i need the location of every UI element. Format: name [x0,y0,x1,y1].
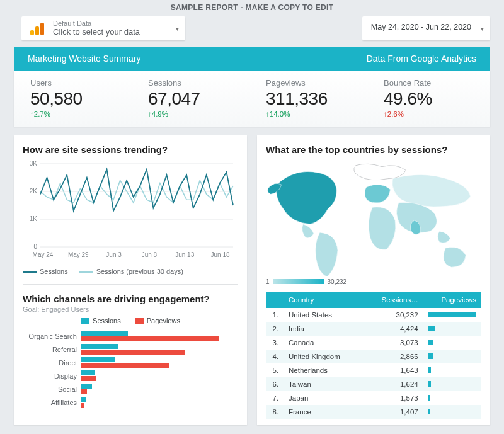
country-name: France [284,405,363,419]
table-header[interactable] [266,292,284,308]
table-header[interactable]: Country [284,292,363,308]
left-column: How are site sessions trending? 01K2K3KM… [14,135,247,425]
svg-text:Jun 13: Jun 13 [175,251,194,258]
kpi-row: Users 50,580 2.7%Sessions 67,047 4.9%Pag… [14,71,490,127]
sample-report-banner: SAMPLE REPORT - MAKE A COPY TO EDIT [0,0,504,16]
date-range-text: May 24, 2020 - Jun 22, 2020 [371,23,471,31]
date-range-picker[interactable]: May 24, 2020 - Jun 22, 2020 ▾ [362,16,490,40]
kpi-label: Sessions [148,78,238,88]
map-title: What are the top countries by sessions? [266,144,481,155]
kpi-delta: 4.9% [148,110,238,118]
channel-pageviews-bar [81,403,84,408]
table-row[interactable]: 5. Netherlands 1,643 [266,363,481,377]
table-header[interactable]: Sessions… [363,292,423,308]
world-map[interactable] [266,156,481,276]
datasource-selector[interactable]: Default Data Click to select your data ▾ [21,16,185,40]
table-row[interactable]: 1. United States 30,232 [266,308,481,322]
svg-text:1K: 1K [30,215,38,222]
country-name: United States [284,308,363,322]
channel-pageviews-bar [81,376,96,381]
kpi-value: 311,336 [266,89,356,109]
channel-pageviews-bar [81,336,219,341]
topbar: Default Data Click to select your data ▾… [0,16,504,47]
chevron-down-icon: ▾ [481,25,484,31]
channel-pageviews-bar [81,389,87,394]
channel-sessions-bar [81,344,118,349]
channel-label: Direct [23,357,81,367]
right-column: What are the top countries by sessions? … [257,135,490,425]
analytics-icon [30,21,47,35]
svg-text:2K: 2K [30,188,38,195]
channel-row: Affiliates [23,397,238,408]
table-row[interactable]: 7. Japan 1,573 [266,391,481,405]
kpi-value: 67,047 [148,89,238,109]
country-pv-bar [423,377,481,391]
trend-legend: Sessions Sessions (previous 30 days) [23,268,238,275]
table-row[interactable]: 6. Taiwan 1,624 [266,377,481,391]
table-header[interactable]: Pageviews [423,292,481,308]
svg-text:May 24: May 24 [33,251,54,258]
channel-sessions-bar [81,384,92,389]
svg-text:3K: 3K [30,160,38,167]
channel-label: Social [23,384,81,393]
trend-chart[interactable]: 01K2K3KMay 24May 29Jun 3Jun 8Jun 13Jun 1… [23,160,238,264]
country-sessions: 2,866 [363,350,423,363]
kpi-card[interactable]: Users 50,580 2.7% [16,78,134,118]
kpi-value: 49.6% [384,89,474,109]
country-name: India [284,322,363,336]
table-row[interactable]: 8. France 1,407 [266,405,481,419]
svg-text:Jun 3: Jun 3 [106,251,122,258]
country-name: Canada [284,336,363,350]
channel-row: Display [23,370,238,382]
country-sessions: 1,573 [363,391,423,405]
country-pv-bar [423,350,481,363]
report-title: Marketing Website Summary [28,54,140,64]
datasource-prompt: Click to select your data [53,28,140,37]
country-sessions: 3,073 [363,336,423,350]
country-name: Japan [284,391,363,405]
channels-chart[interactable]: Organic Search Referral Direct Display S… [23,331,238,408]
country-name: United Kingdom [284,350,363,363]
country-sessions: 4,424 [363,322,423,336]
country-sessions: 1,407 [363,405,423,419]
kpi-delta: 14.0% [266,110,356,118]
kpi-delta: 2.7% [30,110,120,118]
table-row[interactable]: 3. Canada 3,073 [266,336,481,350]
country-pv-bar [423,391,481,405]
channels-subtitle: Goal: Engaged Users [23,306,238,313]
channel-sessions-bar [81,370,95,375]
channels-title: Which channels are driving engagement? [23,294,238,304]
table-row[interactable]: 2. India 4,424 [266,322,481,336]
svg-text:0: 0 [33,243,37,250]
channel-pageviews-bar [81,363,169,368]
channel-sessions-bar [81,397,86,402]
kpi-card[interactable]: Bounce Rate 49.6% 2.6% [370,78,488,118]
channel-label: Affiliates [23,397,81,406]
country-sessions: 1,624 [363,377,423,391]
chevron-down-icon: ▾ [176,25,179,31]
countries-table: CountrySessions…Pageviews 1. United Stat… [266,292,481,419]
map-legend: 1 30,232 [266,278,481,285]
report-source: Data From Google Analytics [367,54,476,64]
channel-row: Referral [23,344,238,355]
country-pv-bar [423,322,481,336]
kpi-value: 50,580 [30,89,120,109]
svg-text:May 29: May 29 [68,251,89,258]
country-name: Netherlands [284,363,363,377]
channels-legend: Sessions Pageviews [23,317,238,324]
kpi-card[interactable]: Pageviews 311,336 14.0% [252,78,370,118]
datasource-default-label: Default Data [53,20,140,28]
kpi-label: Users [30,78,120,88]
svg-text:Jun 8: Jun 8 [142,251,158,258]
country-pv-bar [423,336,481,350]
country-sessions: 30,232 [363,308,423,322]
channel-sessions-bar [81,357,115,362]
country-pv-bar [423,308,481,322]
table-row[interactable]: 4. United Kingdom 2,866 [266,350,481,363]
country-pv-bar [423,363,481,377]
channel-row: Social [23,384,238,395]
kpi-card[interactable]: Sessions 67,047 4.9% [134,78,252,118]
channel-row: Organic Search [23,331,238,342]
channel-sessions-bar [81,331,128,336]
channel-row: Direct [23,357,238,368]
